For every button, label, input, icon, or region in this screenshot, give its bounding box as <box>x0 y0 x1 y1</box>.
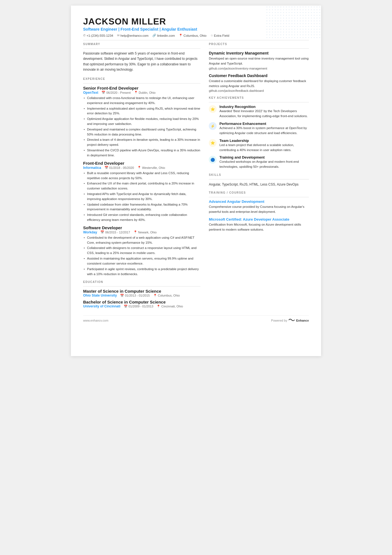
bullet-3-3: Assisted in maintaining the application … <box>83 256 200 266</box>
experience-divider <box>83 83 200 83</box>
achievement-1: ⭐ Industry Recognition Awarded 'Best Inn… <box>209 105 309 119</box>
resume-page: JACKSON MILLER Software Engineer | Front… <box>71 6 321 356</box>
training-desc-2: Certification from Microsoft, focusing o… <box>209 222 309 232</box>
job-block-1: Senior Front-End Developer OpenText 📅 06… <box>83 86 200 158</box>
cal-icon-3: 📅 <box>100 230 104 234</box>
enhancv-logo-icon <box>289 318 295 323</box>
contact-linkedin: 🔗 linkedin.com <box>152 34 175 37</box>
achievement-icon-1: ⭐ <box>209 105 217 113</box>
loc-icon-edu-2: 📍 <box>157 305 160 308</box>
summary-label: SUMMARY <box>83 43 200 46</box>
phone-icon: ✆ <box>83 34 86 37</box>
footer-url: www.enhancv.com <box>83 319 108 322</box>
contact-row: ✆ +1-(234)-555-1234 ✉ help@enhancv.com 🔗… <box>83 34 309 37</box>
bullet-3-2: Collaborated with designers to construct… <box>83 246 200 256</box>
bullets-2: Built a reusable component library with … <box>83 171 200 223</box>
achievements-label: KEY ACHIEVEMENTS <box>209 96 309 99</box>
loc-icon-2: 📍 <box>137 166 141 169</box>
achievement-icon-2: ⚡ <box>209 122 217 130</box>
bullets-3: Contributed to the development of a web … <box>83 235 200 277</box>
edu-block-1: Master of Science in Computer Science Oh… <box>83 289 200 297</box>
achievement-2: ⚡ Performance Enhancement Achieved a 30%… <box>209 122 309 136</box>
summary-text: Passionate software engineer with 5 year… <box>83 51 200 72</box>
edu-dates-1: 📅 01/2013 - 01/2015 <box>120 294 150 297</box>
bullet-2-2: Enhanced the UX of the main client porta… <box>83 181 200 191</box>
header-divider <box>83 40 309 40</box>
edu-block-2: Bachelor of Science in Computer Science … <box>83 300 200 308</box>
training-label: TRAINING / COURSES <box>209 191 309 194</box>
achievement-content-2: Performance Enhancement Achieved a 30% b… <box>219 122 309 136</box>
header: JACKSON MILLER Software Engineer | Front… <box>83 17 309 37</box>
skills-divider <box>209 179 309 179</box>
dates-3: 📅 06/2015 - 12/2017 <box>100 230 130 234</box>
training-title-2: Microsoft Certified: Azure Developer Ass… <box>209 217 309 221</box>
training-title-1: Advanced Angular Development <box>209 199 309 204</box>
bullet-1-3: Optimized Angular application for flexib… <box>83 117 200 127</box>
achievement-desc-4: Conducted workshops on Angular and moder… <box>219 159 309 169</box>
achievement-title-2: Performance Enhancement <box>219 122 309 126</box>
project-block-1: Dynamic Inventory Management Developed a… <box>209 51 309 70</box>
bullet-3-1: Contributed to the development of a web … <box>83 235 200 245</box>
contact-extra: ☆ Extra Field <box>210 34 229 37</box>
bullets-1: Collaborated with cross-functional teams… <box>83 96 200 158</box>
bullet-2-4: Updated codebase from older frameworks t… <box>83 202 200 212</box>
bullet-3-4: Participated in agile sprint reviews, co… <box>83 267 200 277</box>
bullet-1-5: Directed a team of 4 developers in itera… <box>83 137 200 147</box>
project-title-1: Dynamic Inventory Management <box>209 51 309 55</box>
summary-divider <box>83 48 200 49</box>
project-desc-1: Developed an open-source real-time inven… <box>209 56 309 66</box>
achievement-title-4: Training and Development <box>219 155 309 159</box>
contact-email: ✉ help@enhancv.com <box>117 34 148 37</box>
candidate-title: Software Engineer | Front-End Specialist… <box>83 27 309 31</box>
left-column: SUMMARY Passionate software engineer wit… <box>83 43 200 310</box>
contact-phone: ✆ +1-(234)-555-1234 <box>83 34 113 37</box>
main-columns: SUMMARY Passionate software engineer wit… <box>83 43 309 310</box>
loc-icon-3: 📍 <box>133 230 137 234</box>
loc-icon-1: 📍 <box>134 91 138 94</box>
bullet-1-2: Implemented a sophisticated alert system… <box>83 106 200 116</box>
achievement-content-3: Team Leadership Led a team project that … <box>219 139 309 153</box>
powered-by-text: Powered by <box>271 319 287 322</box>
edu-meta-2: University of Cincinnati 📅 01/2009 - 01/… <box>83 304 200 308</box>
location-1: 📍 Dublin, Ohio <box>134 91 156 94</box>
education-label: EDUCATION <box>83 280 200 283</box>
achievement-3: ⭐ Team Leadership Led a team project tha… <box>209 139 309 153</box>
achievement-icon-3: ⭐ <box>209 139 217 147</box>
link-icon: 🔗 <box>152 34 156 37</box>
achievement-desc-3: Led a team project that delivered a scal… <box>219 143 309 153</box>
project-title-2: Customer Feedback Dashboard <box>209 73 309 78</box>
cal-icon-2: 📅 <box>105 166 108 169</box>
job-block-3: Software Developer Workday 📅 06/2015 - 1… <box>83 225 200 277</box>
skills-label: SKILLS <box>209 173 309 176</box>
edu-degree-2: Bachelor of Science in Computer Science <box>83 300 200 304</box>
achievement-title-1: Industry Recognition <box>219 105 309 109</box>
project-link-2: github.com/jackson/feedback-dashboard <box>209 89 309 92</box>
bullet-2-3: Integrated APIs with TypeScript and Angu… <box>83 192 200 202</box>
star-icon: ☆ <box>210 34 213 37</box>
right-column: PROJECTS Dynamic Inventory Management De… <box>209 43 309 310</box>
job-meta-1: OpenText 📅 06/2020 - Present 📍 Dublin, O… <box>83 91 200 95</box>
cal-icon-1: 📅 <box>101 91 105 94</box>
dates-2: 📅 01/2018 - 05/2020 <box>105 166 134 169</box>
footer-brand: Powered by Enhancv <box>271 318 309 323</box>
achievement-4: 🔵 Training and Development Conducted wor… <box>209 155 309 169</box>
candidate-name: JACKSON MILLER <box>83 17 309 26</box>
achievement-desc-2: Achieved a 30% boost in system performan… <box>219 126 309 136</box>
contact-location: 📍 Columbus, Ohio <box>179 34 206 37</box>
skills-text: Angular, TypeScript, RxJS, HTML, Less CS… <box>209 182 309 187</box>
job-title-3: Software Developer <box>83 225 200 230</box>
company-2: Informatica <box>83 166 101 170</box>
training-block-1: Advanced Angular Development Comprehensi… <box>209 199 309 214</box>
project-desc-2: Created a customizable dashboard for dis… <box>209 79 309 89</box>
email-icon: ✉ <box>117 34 120 37</box>
edu-degree-1: Master of Science in Computer Science <box>83 289 200 293</box>
edu-school-2: University of Cincinnati <box>83 304 120 308</box>
edu-loc-1: 📍 Columbus, Ohio <box>153 294 180 297</box>
footer: www.enhancv.com Powered by Enhancv <box>83 315 309 323</box>
dates-1: 📅 06/2020 - Present <box>101 91 130 94</box>
achievement-content-4: Training and Development Conducted works… <box>219 155 309 169</box>
company-3: Workday <box>83 230 97 234</box>
achievement-desc-1: Awarded 'Best Innovator 2022' by the Tec… <box>219 109 309 119</box>
training-divider <box>209 197 309 197</box>
bullet-1-4: Developed and maintained a complex dashb… <box>83 127 200 137</box>
